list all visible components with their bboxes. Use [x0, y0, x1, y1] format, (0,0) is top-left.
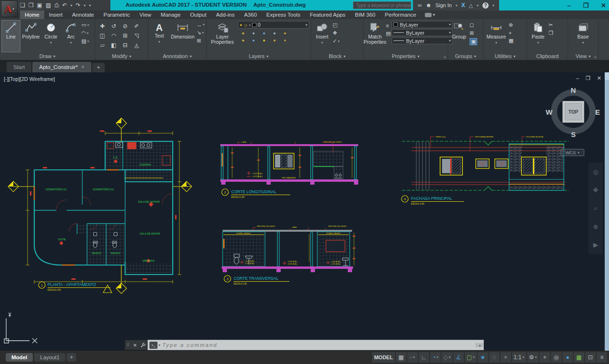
file-tab-close-icon[interactable]: ✕	[81, 65, 85, 69]
tab-a360[interactable]: A360	[239, 10, 262, 19]
tab-performance[interactable]: Performance	[380, 10, 421, 19]
circle-dropdown-icon[interactable]: ▾	[50, 40, 52, 45]
a360-icon[interactable]: △	[469, 2, 472, 9]
sign-in-dropdown-icon[interactable]: ▾	[455, 3, 457, 8]
vertical-scrollbar[interactable]	[605, 72, 609, 351]
mirror-icon[interactable]: ◫	[99, 32, 105, 39]
tab-express-tools[interactable]: Express Tools	[262, 10, 305, 19]
arc-dropdown-icon[interactable]: ▾	[70, 40, 72, 45]
drawing-canvas[interactable]: DORMITÓRIO 01 DORMITÓRIO 02 COZINHA A.S.…	[0, 72, 609, 351]
edit-polyline-icon[interactable]: ◬	[134, 42, 138, 49]
viewcube-south[interactable]: S	[571, 130, 576, 138]
command-dropdown-icon[interactable]: ▾	[158, 343, 160, 347]
viewcube[interactable]: N S W E TOP	[550, 88, 597, 136]
layer-unisolate-icon[interactable]: ●	[242, 38, 244, 43]
properties-panel-label[interactable]: Properties▾↘	[363, 52, 448, 60]
utilities-panel-label[interactable]: Utilities▾	[483, 52, 527, 60]
new-drawing-tab-button[interactable]: +	[92, 63, 105, 72]
polar-tracking-icon[interactable]: ◔▾	[430, 352, 441, 363]
polyline-button[interactable]: Polyline	[21, 20, 40, 52]
ellipse-tool-button[interactable]: ◠▾	[81, 30, 89, 36]
redo-icon[interactable]: ↷	[76, 2, 80, 9]
layer-match-icon[interactable]: ●	[284, 31, 286, 36]
copy-button[interactable]: ❐	[549, 30, 553, 36]
undo-icon[interactable]: ↶	[62, 2, 67, 9]
annotation-scale-value[interactable]: 1:1▾	[512, 352, 526, 363]
layer-thaw-icon[interactable]: ☼	[244, 22, 248, 28]
hardware-acceleration-icon[interactable]: ●	[562, 352, 573, 363]
command-input-area[interactable]: >_ ▾ ▴	[147, 340, 484, 350]
tab-insert[interactable]: Insert	[44, 10, 68, 19]
command-input[interactable]	[162, 342, 476, 348]
define-attributes-button[interactable]: ❖	[333, 30, 340, 36]
view-panel-label[interactable]: View▾↘	[568, 52, 598, 60]
tab-bim-360[interactable]: BIM 360	[350, 10, 380, 19]
workspace-switching-icon[interactable]: ⚙▾	[527, 352, 539, 363]
array-icon[interactable]: ⊞	[123, 32, 128, 39]
save-icon[interactable]: ▣	[37, 2, 42, 9]
redo-dropdown-icon[interactable]: ▾	[84, 3, 86, 8]
layer-color-swatch[interactable]	[252, 23, 256, 27]
isometric-drafting-icon[interactable]: ◇▾	[442, 352, 452, 363]
layer-off-icon[interactable]: ●	[263, 31, 265, 36]
measure-button[interactable]: Measure ▾	[485, 20, 508, 52]
paste-dropdown-icon[interactable]: ▾	[537, 40, 539, 45]
layer-lock-icon[interactable]: ▪	[249, 23, 251, 27]
isolate-objects-icon[interactable]: ◎	[551, 352, 561, 363]
tab-annotate[interactable]: Annotate	[67, 10, 98, 19]
group-edit-button[interactable]: ⊞	[470, 30, 477, 36]
linetype-dropdown[interactable]: ByLayer ▾	[392, 37, 452, 44]
tab-parametric[interactable]: Parametric	[99, 10, 135, 19]
exchange-apps-icon[interactable]: X	[461, 2, 465, 9]
text-button[interactable]: A Text ▾	[150, 20, 168, 52]
annotation-monitor-icon[interactable]: +	[540, 352, 550, 363]
leader-button[interactable]: ↘▾	[196, 30, 205, 36]
customization-menu-icon[interactable]: ≡	[597, 352, 607, 363]
help-icon[interactable]: ?	[482, 2, 489, 9]
hatch-tool-button[interactable]: ▨▾	[81, 38, 89, 44]
scale-icon[interactable]: ◧	[111, 42, 116, 49]
rotate-icon[interactable]: ↺	[111, 23, 116, 30]
properties-list-icon[interactable]: ≡	[386, 23, 391, 29]
autoscale-icon[interactable]: ☆	[489, 352, 500, 363]
command-wrench-icon[interactable]	[140, 343, 146, 348]
pan-icon[interactable]: ✥	[593, 187, 599, 194]
file-tab-start[interactable]: Start	[7, 62, 31, 72]
move-icon[interactable]: ✚	[100, 23, 105, 30]
paste-button[interactable]: Paste ▾	[529, 20, 548, 52]
viewport-controls[interactable]: [-][Top][2D Wireframe]	[4, 76, 55, 82]
tab-add-ins[interactable]: Add-ins	[211, 10, 239, 19]
command-grip-icon[interactable]: ⠿	[127, 343, 130, 347]
layer-lock-tool-icon[interactable]: ●	[273, 31, 275, 36]
save-as-icon[interactable]: ▨	[46, 2, 51, 9]
ribbon-display-toggle[interactable]: ▾	[425, 10, 435, 19]
tab-view[interactable]: View	[135, 10, 156, 19]
arc-button[interactable]: Arc ▾	[61, 20, 80, 52]
viewcube-top-face[interactable]: TOP	[562, 101, 584, 123]
block-editor-button[interactable]: ◰	[333, 22, 340, 28]
model-tab[interactable]: Model	[6, 353, 33, 362]
layer-previous-icon[interactable]: ●	[284, 38, 286, 43]
base-button[interactable]: Base ▾	[574, 20, 593, 52]
showmotion-icon[interactable]: ▶	[593, 241, 598, 248]
properties-list2-icon[interactable]: ▤	[386, 30, 391, 37]
qat-customize-icon[interactable]: ▾	[89, 3, 91, 8]
layout1-tab[interactable]: Layout1	[34, 353, 65, 362]
annotation-visibility-icon[interactable]: ★	[478, 352, 488, 363]
annotation-panel-label[interactable]: Annotation▾	[148, 52, 206, 60]
layer-on-icon[interactable]: ●	[240, 23, 242, 27]
object-color-dropdown[interactable]: ByLayer ▾	[392, 21, 452, 28]
insert-button[interactable]: Insert ▾	[313, 20, 332, 52]
navigation-bar[interactable]: ◎ ✥ ⌕ ⊕ ▶	[589, 163, 603, 254]
line-button[interactable]: Line	[1, 20, 20, 52]
group-selection-toggle[interactable]: ▣	[470, 38, 477, 45]
file-tab-document[interactable]: Apto_Construir* ✕	[32, 62, 91, 72]
wcs-dropdown[interactable]: WCS▾	[560, 149, 584, 156]
layers-panel-label[interactable]: Layers▾	[206, 52, 311, 60]
sync-attributes-button[interactable]: ✓▾	[333, 38, 340, 44]
steering-wheel-icon[interactable]: ◎	[593, 168, 598, 176]
layer-dropdown-icon[interactable]: ▾	[305, 23, 307, 27]
base-dropdown-icon[interactable]: ▾	[582, 40, 584, 45]
viewcube-north[interactable]: N	[571, 86, 576, 94]
restore-button[interactable]: ❐	[583, 2, 589, 9]
